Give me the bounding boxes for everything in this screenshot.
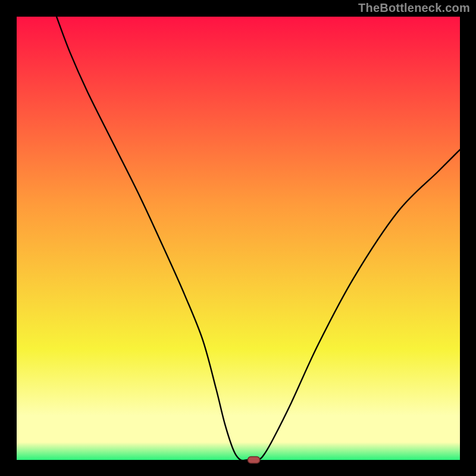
optimal-point-marker (248, 457, 260, 464)
bottleneck-chart (0, 0, 476, 476)
attribution-text: TheBottleneck.com (358, 1, 470, 15)
chart-container: { "attribution": "TheBottleneck.com", "c… (0, 0, 476, 476)
